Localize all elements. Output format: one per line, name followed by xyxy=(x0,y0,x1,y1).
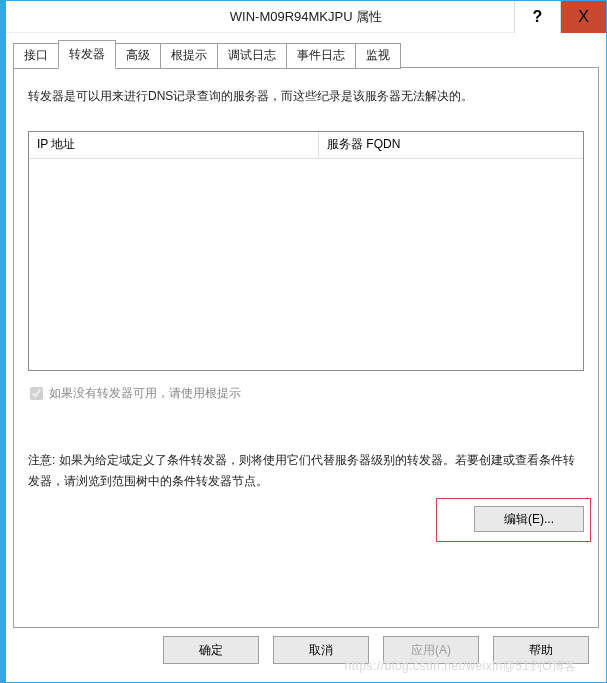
dialog-button-bar: 确定 取消 应用(A) 帮助 xyxy=(13,628,599,672)
ok-button[interactable]: 确定 xyxy=(163,636,259,664)
column-server-fqdn[interactable]: 服务器 FQDN xyxy=(319,132,583,158)
tab-forwarders[interactable]: 转发器 xyxy=(58,40,116,68)
use-root-hints-label: 如果没有转发器可用，请使用根提示 xyxy=(49,385,241,402)
edit-button[interactable]: 编辑(E)... xyxy=(474,506,584,532)
forwarders-description: 转发器是可以用来进行DNS记录查询的服务器，而这些纪录是该服务器无法解决的。 xyxy=(28,86,584,106)
tab-advanced[interactable]: 高级 xyxy=(115,43,161,69)
edit-button-wrap: 编辑(E)... xyxy=(474,506,584,532)
cancel-button[interactable]: 取消 xyxy=(273,636,369,664)
use-root-hints-checkbox xyxy=(30,387,43,400)
help-button[interactable]: 帮助 xyxy=(493,636,589,664)
tab-interfaces[interactable]: 接口 xyxy=(13,43,59,69)
use-root-hints-row: 如果没有转发器可用，请使用根提示 xyxy=(28,385,584,402)
listview-headers: IP 地址 服务器 FQDN xyxy=(29,132,583,159)
tab-panel-forwarders: 转发器是可以用来进行DNS记录查询的服务器，而这些纪录是该服务器无法解决的。 I… xyxy=(13,67,599,628)
properties-dialog: WIN-M09R94MKJPU 属性 ? X 接口 转发器 高级 根提示 调试日… xyxy=(5,0,607,683)
forwarders-listview[interactable]: IP 地址 服务器 FQDN xyxy=(28,131,584,371)
tab-event-log[interactable]: 事件日志 xyxy=(286,43,356,69)
tab-root-hints[interactable]: 根提示 xyxy=(160,43,218,69)
help-icon[interactable]: ? xyxy=(514,1,560,33)
column-ip-address[interactable]: IP 地址 xyxy=(29,132,319,158)
tab-monitoring[interactable]: 监视 xyxy=(355,43,401,69)
window-controls: ? X xyxy=(514,1,606,32)
client-area: 接口 转发器 高级 根提示 调试日志 事件日志 监视 转发器是可以用来进行DNS… xyxy=(6,33,606,682)
tabstrip: 接口 转发器 高级 根提示 调试日志 事件日志 监视 xyxy=(13,40,599,68)
close-icon[interactable]: X xyxy=(560,1,606,33)
conditional-forwarders-notice: 注意: 如果为给定域定义了条件转发器，则将使用它们代替服务器级别的转发器。若要创… xyxy=(28,450,584,491)
tab-debug-log[interactable]: 调试日志 xyxy=(217,43,287,69)
titlebar[interactable]: WIN-M09R94MKJPU 属性 ? X xyxy=(6,1,606,33)
apply-button[interactable]: 应用(A) xyxy=(383,636,479,664)
window-title: WIN-M09R94MKJPU 属性 xyxy=(230,8,382,26)
